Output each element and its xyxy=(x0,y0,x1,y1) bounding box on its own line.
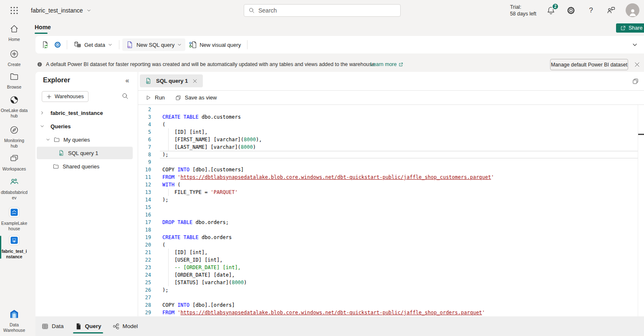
tree-item-warehouse[interactable]: fabric_test_instance xyxy=(37,107,133,119)
rail-item-dbtlabsfabricdev[interactable]: dbtlabsfabricdev xyxy=(0,177,28,201)
chevron-down-icon xyxy=(40,124,45,129)
query-tab[interactable]: SQL SQL query 1 xyxy=(140,74,203,87)
editor-line-26: 26); xyxy=(138,286,638,294)
rail-item-label: Data Warehouse xyxy=(0,323,28,333)
explorer-collapse-icon[interactable]: « xyxy=(123,76,131,85)
rail-item-label: ExampleLakehouse xyxy=(0,221,28,232)
editor-line-10: 10COPY INTO [dbo].[customers] xyxy=(138,166,638,173)
line-number: 8 xyxy=(138,151,151,158)
sql-code-editor[interactable]: 23CREATE TABLE dbo.customers4(5 [ID] [in… xyxy=(138,105,644,316)
default-dataset-banner-message: A default Power BI dataset for faster re… xyxy=(46,59,376,70)
folder-icon xyxy=(53,163,59,170)
refresh-dataset-button[interactable] xyxy=(39,38,51,51)
indent-guide xyxy=(168,271,169,279)
line-code: ); xyxy=(162,151,168,158)
line-code: ); xyxy=(162,286,168,294)
line-code: ( xyxy=(162,121,165,128)
indent-guide xyxy=(168,279,169,286)
rail-item-monitoring-hub[interactable]: Monitoring hub xyxy=(0,125,28,149)
line-code: [FIRST_NAME] [varchar](8000), xyxy=(162,136,262,143)
lakehouse-tile-icon xyxy=(9,207,20,218)
close-icon[interactable] xyxy=(192,78,198,84)
editor-line-3: 3CREATE TABLE dbo.customers xyxy=(138,113,638,121)
rail-item-browse[interactable]: Browse xyxy=(0,71,28,90)
footer-tab-query[interactable]: Query xyxy=(73,318,103,335)
line-code: DROP TABLE dbo.orders; xyxy=(162,219,229,226)
app-launcher-icon[interactable] xyxy=(9,5,19,15)
home-icon xyxy=(9,24,19,34)
toolbar-separator xyxy=(67,40,67,49)
editor-scrollbar[interactable] xyxy=(638,105,638,316)
search-input[interactable] xyxy=(258,7,396,14)
line-number: 17 xyxy=(138,219,151,226)
line-number: 21 xyxy=(138,249,151,256)
rail-item-onelake-data-hub[interactable]: OneLake data hub xyxy=(0,95,28,119)
run-button[interactable]: Run xyxy=(145,94,165,101)
workspace-switcher[interactable]: fabric_test_instance xyxy=(31,0,91,21)
footer-tab-data[interactable]: Data xyxy=(40,318,66,335)
explorer-search-icon[interactable] xyxy=(121,92,129,100)
create-icon xyxy=(9,49,19,59)
tree-item-shared-queries[interactable]: Shared queries xyxy=(37,160,133,173)
new-sql-query-button[interactable]: SQL New SQL query xyxy=(122,38,185,51)
share-button[interactable]: Share xyxy=(616,23,644,33)
rail-item-workspaces[interactable]: Workspaces xyxy=(0,153,28,172)
ribbon-collapse-chevron-icon[interactable] xyxy=(631,41,638,48)
settings-gear-icon[interactable] xyxy=(566,5,576,15)
search-icon xyxy=(248,7,255,14)
editor-line-8: 8); xyxy=(138,151,638,158)
line-number: 5 xyxy=(138,128,151,136)
rail-item-create[interactable]: Create xyxy=(0,49,28,68)
editor-line-28: 28COPY INTO [dbo].[orders] xyxy=(138,301,638,309)
rail-item-label: dbtlabsfabricdev xyxy=(0,190,28,201)
line-number: 11 xyxy=(138,173,151,181)
rail-item-data-warehouse[interactable]: Data Warehouse xyxy=(0,308,28,333)
feedback-icon[interactable] xyxy=(606,5,616,15)
line-number: 24 xyxy=(138,271,151,279)
footer-tab-label: Model xyxy=(123,323,138,329)
editor-line-11: 11FROM 'https://dbtlabsynapsedatalake.bl… xyxy=(138,173,638,181)
line-code: [STATUS] [varchar](8000) xyxy=(162,279,247,286)
line-code: [ID] [int], xyxy=(162,128,207,136)
help-icon[interactable]: ? xyxy=(586,5,596,15)
warehouse-settings-button[interactable] xyxy=(51,38,64,51)
tab-home[interactable]: Home xyxy=(35,21,51,33)
external-link-icon xyxy=(398,62,404,67)
editor-line-4: 4( xyxy=(138,121,638,128)
play-icon xyxy=(145,94,152,101)
tree-item-my-queries[interactable]: My queries xyxy=(37,133,133,146)
save-as-view-button[interactable]: Save as view xyxy=(175,94,217,101)
line-number: 16 xyxy=(138,211,151,219)
get-data-button[interactable]: Get data xyxy=(70,38,116,51)
visual-query-icon xyxy=(189,41,197,49)
line-number: 29 xyxy=(138,309,151,316)
tree-item-sql-query-1[interactable]: SQL SQL query 1 xyxy=(37,147,133,159)
line-number: 22 xyxy=(138,256,151,264)
banner-close-icon[interactable] xyxy=(634,61,641,68)
tree-item-queries[interactable]: Queries xyxy=(37,120,133,132)
learn-more-link[interactable]: Learn more xyxy=(370,59,404,70)
new-warehouse-button[interactable]: Warehouses xyxy=(42,91,88,102)
copy-icon[interactable] xyxy=(632,78,639,85)
manage-default-dataset-button[interactable]: Manage default Power BI dataset xyxy=(550,59,628,70)
plus-icon xyxy=(46,94,52,99)
rail-item-examplelakehouse[interactable]: ExampleLakehouse xyxy=(0,207,28,232)
line-code: [ORDER_DATE] [date], xyxy=(162,271,235,279)
browse-icon xyxy=(9,71,19,81)
rail-item-label: Browse xyxy=(0,85,28,90)
line-code: FROM 'https://dbtlabsynapsedatalake.blob… xyxy=(162,309,485,316)
data-grid-icon xyxy=(41,323,49,330)
line-number: 4 xyxy=(138,121,151,128)
account-avatar[interactable] xyxy=(626,3,639,17)
rail-item-label: Home xyxy=(0,37,28,43)
editor-line-17: 17DROP TABLE dbo.orders; xyxy=(138,219,638,226)
footer-tab-model[interactable]: Model xyxy=(111,318,140,335)
toolbar-separator xyxy=(119,40,119,49)
line-number: 27 xyxy=(138,294,151,301)
line-number: 13 xyxy=(138,188,151,196)
chevron-down-icon xyxy=(108,42,113,47)
new-visual-query-button[interactable]: New visual query xyxy=(185,38,244,51)
rail-item-home[interactable]: Home xyxy=(0,24,28,43)
sql-document-icon: SQL xyxy=(58,150,65,156)
rail-item-fabric-test-instance[interactable]: fabric_test_instance xyxy=(0,235,28,260)
